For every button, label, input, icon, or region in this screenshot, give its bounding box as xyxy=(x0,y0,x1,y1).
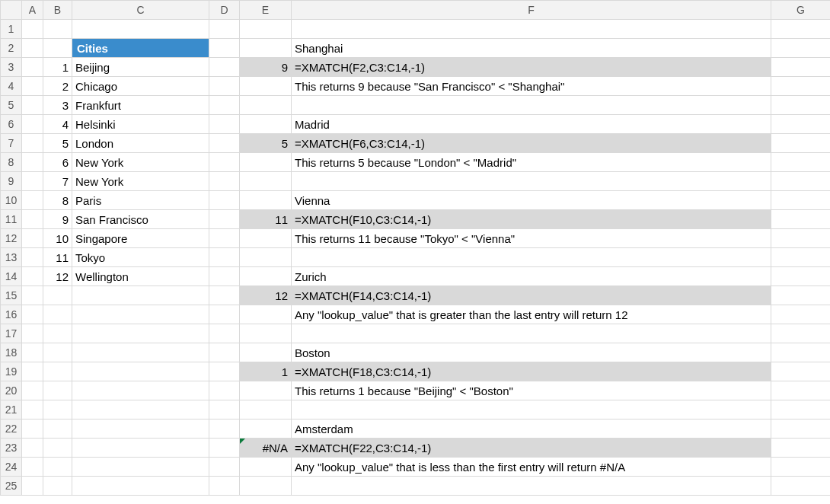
col-header-C[interactable]: C xyxy=(72,1,209,20)
cell-B6[interactable]: 4 xyxy=(43,115,72,134)
cell-F13[interactable] xyxy=(292,248,771,267)
select-all-corner[interactable] xyxy=(1,1,22,20)
cell-A20[interactable] xyxy=(22,381,43,400)
cell-D14[interactable] xyxy=(209,267,240,286)
cell-C23[interactable] xyxy=(72,439,209,458)
cell-E5[interactable] xyxy=(240,96,292,115)
cell-A18[interactable] xyxy=(22,343,43,362)
cell-F10[interactable]: Vienna xyxy=(292,191,771,210)
cell-C19[interactable] xyxy=(72,362,209,381)
row-header-19[interactable]: 19 xyxy=(1,362,22,381)
cell-G9[interactable] xyxy=(771,172,831,191)
cell-E8[interactable] xyxy=(240,153,292,172)
cell-C12[interactable]: Singapore xyxy=(72,229,209,248)
cell-G14[interactable] xyxy=(771,267,831,286)
cell-E9[interactable] xyxy=(240,172,292,191)
cell-C25[interactable] xyxy=(72,477,209,496)
cell-B10[interactable]: 8 xyxy=(43,191,72,210)
cell-G20[interactable] xyxy=(771,381,831,400)
cell-B5[interactable]: 3 xyxy=(43,96,72,115)
cell-G15[interactable] xyxy=(771,286,831,305)
row-header-21[interactable]: 21 xyxy=(1,400,22,419)
cell-A13[interactable] xyxy=(22,248,43,267)
cell-E11[interactable]: 11 xyxy=(240,210,292,229)
cell-B20[interactable] xyxy=(43,381,72,400)
cell-G23[interactable] xyxy=(771,439,831,458)
cell-G16[interactable] xyxy=(771,305,831,324)
cell-C4[interactable]: Chicago xyxy=(72,77,209,96)
cell-F22[interactable]: Amsterdam xyxy=(292,419,771,439)
cell-D25[interactable] xyxy=(209,477,240,496)
cell-E22[interactable] xyxy=(240,419,292,439)
cell-B14[interactable]: 12 xyxy=(43,267,72,286)
cell-F19[interactable]: =XMATCH(F18,C3:C14,-1) xyxy=(292,362,771,381)
col-header-B[interactable]: B xyxy=(43,1,72,20)
cell-B18[interactable] xyxy=(43,343,72,362)
cell-A7[interactable] xyxy=(22,134,43,153)
cell-C24[interactable] xyxy=(72,458,209,477)
cell-A22[interactable] xyxy=(22,419,43,439)
cell-D4[interactable] xyxy=(209,77,240,96)
cell-B4[interactable]: 2 xyxy=(43,77,72,96)
cell-A17[interactable] xyxy=(22,324,43,343)
cell-E19[interactable]: 1 xyxy=(240,362,292,381)
cell-C18[interactable] xyxy=(72,343,209,362)
cell-B11[interactable]: 9 xyxy=(43,210,72,229)
cell-F18[interactable]: Boston xyxy=(292,343,771,362)
cell-G12[interactable] xyxy=(771,229,831,248)
cell-A14[interactable] xyxy=(22,267,43,286)
cell-A10[interactable] xyxy=(22,191,43,210)
col-header-F[interactable]: F xyxy=(292,1,771,20)
row-header-22[interactable]: 22 xyxy=(1,419,22,439)
cell-G13[interactable] xyxy=(771,248,831,267)
cell-G2[interactable] xyxy=(771,39,831,58)
cell-B19[interactable] xyxy=(43,362,72,381)
cell-C13[interactable]: Tokyo xyxy=(72,248,209,267)
row-header-23[interactable]: 23 xyxy=(1,439,22,458)
cell-C9[interactable]: New York xyxy=(72,172,209,191)
cell-D15[interactable] xyxy=(209,286,240,305)
cell-F25[interactable] xyxy=(292,477,771,496)
cell-D12[interactable] xyxy=(209,229,240,248)
cell-D1[interactable] xyxy=(209,20,240,39)
cell-C6[interactable]: Helsinki xyxy=(72,115,209,134)
cell-E15[interactable]: 12 xyxy=(240,286,292,305)
cell-F6[interactable]: Madrid xyxy=(292,115,771,134)
cell-G8[interactable] xyxy=(771,153,831,172)
cell-G25[interactable] xyxy=(771,477,831,496)
cell-E23[interactable]: #N/A xyxy=(240,439,292,458)
cell-A6[interactable] xyxy=(22,115,43,134)
cell-G19[interactable] xyxy=(771,362,831,381)
cell-B15[interactable] xyxy=(43,286,72,305)
cell-F7[interactable]: =XMATCH(F6,C3:C14,-1) xyxy=(292,134,771,153)
cell-D16[interactable] xyxy=(209,305,240,324)
cell-G1[interactable] xyxy=(771,20,831,39)
cell-G18[interactable] xyxy=(771,343,831,362)
cell-F20[interactable]: This returns 1 because "Beijing" < "Bost… xyxy=(292,381,771,400)
cell-A16[interactable] xyxy=(22,305,43,324)
cell-A15[interactable] xyxy=(22,286,43,305)
cell-F3[interactable]: =XMATCH(F2,C3:C14,-1) xyxy=(292,58,771,77)
cell-F21[interactable] xyxy=(292,400,771,419)
cell-C22[interactable] xyxy=(72,419,209,439)
row-header-12[interactable]: 12 xyxy=(1,229,22,248)
cell-E20[interactable] xyxy=(240,381,292,400)
cell-G22[interactable] xyxy=(771,419,831,439)
row-header-17[interactable]: 17 xyxy=(1,324,22,343)
cell-A25[interactable] xyxy=(22,477,43,496)
cell-C1[interactable] xyxy=(72,20,209,39)
cell-F24[interactable]: Any "lookup_value" that is less than the… xyxy=(292,458,771,477)
cell-F14[interactable]: Zurich xyxy=(292,267,771,286)
cell-B7[interactable]: 5 xyxy=(43,134,72,153)
row-header-5[interactable]: 5 xyxy=(1,96,22,115)
cell-D23[interactable] xyxy=(209,439,240,458)
cell-G11[interactable] xyxy=(771,210,831,229)
cell-D19[interactable] xyxy=(209,362,240,381)
row-header-10[interactable]: 10 xyxy=(1,191,22,210)
cell-C21[interactable] xyxy=(72,400,209,419)
spreadsheet-grid[interactable]: A B C D E F G 1 2 Cities Sh xyxy=(0,0,830,496)
cell-D20[interactable] xyxy=(209,381,240,400)
cell-D21[interactable] xyxy=(209,400,240,419)
cell-G21[interactable] xyxy=(771,400,831,419)
cell-C7[interactable]: London xyxy=(72,134,209,153)
